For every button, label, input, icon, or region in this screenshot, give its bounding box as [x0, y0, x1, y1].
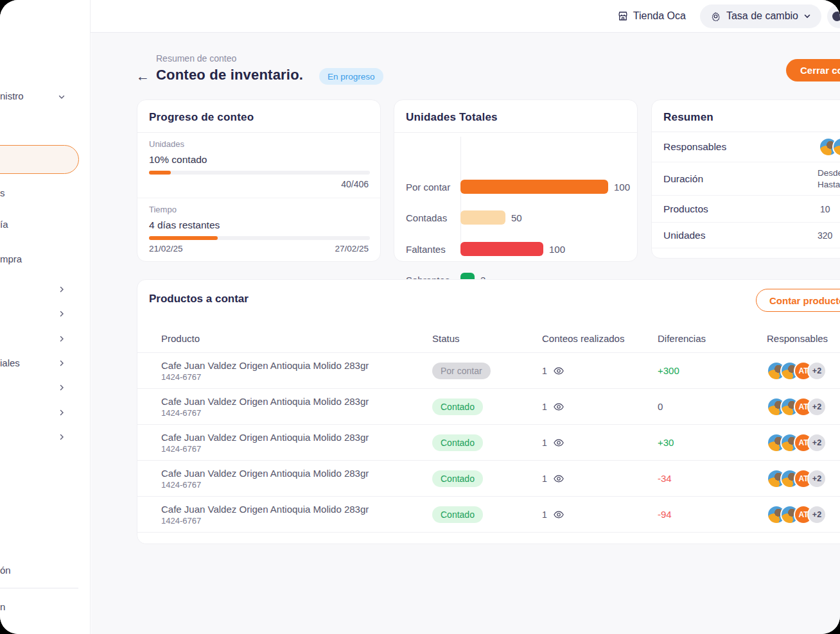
table-row[interactable]: Cafe Juan Valdez Origen Antioquia Molido… — [137, 461, 840, 497]
row-avatars: AT +2 — [767, 397, 840, 416]
productos-label: Productos — [652, 203, 708, 215]
unidades-label: Unidades — [652, 230, 706, 241]
duracion-label: Duración — [652, 173, 703, 185]
sidebar-divider — [0, 588, 78, 588]
status-pill: Contado — [432, 506, 483, 523]
chevron-right-icon[interactable] — [58, 286, 66, 293]
col-producto: Producto — [161, 333, 432, 344]
col-diferencias: Diferencias — [658, 333, 767, 344]
product-code: 1424-6767 — [161, 480, 432, 490]
time-remaining-value: 4 días restantes — [149, 219, 369, 231]
bar-por-contar — [460, 180, 608, 194]
eye-icon — [553, 365, 564, 377]
eye-icon — [553, 509, 564, 520]
count-value: 1 — [542, 366, 547, 376]
row-avatars: AT +2 — [767, 361, 840, 381]
user-menu-button[interactable] — [827, 4, 840, 28]
storefront-icon — [617, 10, 629, 22]
sidebar-item-4[interactable]: iales — [0, 357, 20, 368]
date-start: 21/02/25 — [149, 244, 183, 253]
product-name: Cafe Juan Valdez Origen Antioquia Molido… — [161, 504, 432, 515]
avatar-overflow: +2 — [807, 469, 827, 488]
table-body: Cafe Juan Valdez Origen Antioquia Molido… — [137, 353, 840, 533]
status-badge: En progreso — [319, 68, 383, 85]
row-avatars: AT +2 — [767, 469, 840, 488]
close-count-button[interactable]: Cerrar conteo — [786, 59, 840, 81]
product-code: 1424-6767 — [161, 516, 432, 526]
sidebar-item-5[interactable]: ón — [0, 565, 11, 576]
chart-axis — [460, 137, 461, 252]
chevron-right-icon[interactable] — [58, 384, 66, 391]
col-responsables: Responsables — [767, 333, 840, 344]
bar-value-label: 100 — [614, 182, 630, 193]
time-label: Tiempo — [149, 205, 369, 214]
table-row[interactable]: Cafe Juan Valdez Origen Antioquia Molido… — [137, 389, 840, 425]
progress-card: Progreso de conteo Unidades 10% contado … — [137, 99, 381, 262]
sidebar-item-6[interactable]: n — [0, 601, 5, 612]
sidebar-item-1[interactable]: s — [0, 187, 5, 198]
product-name: Cafe Juan Valdez Origen Antioquia Molido… — [161, 432, 432, 443]
units-progress-value: 10% contado — [149, 154, 369, 166]
store-name: Tienda Oca — [633, 10, 686, 22]
eye-icon — [553, 401, 564, 413]
chevron-right-icon[interactable] — [58, 433, 66, 441]
status-pill: Por contar — [432, 363, 491, 379]
units-progress-bar — [149, 171, 370, 175]
product-name: Cafe Juan Valdez Origen Antioquia Molido… — [161, 468, 432, 479]
gear-icon — [710, 11, 721, 22]
topbar: Tienda Oca Tasa de cambio — [91, 0, 840, 33]
units-fraction: 40/406 — [137, 175, 380, 189]
product-name: Cafe Juan Valdez Origen Antioquia Molido… — [161, 360, 432, 371]
difference-value: +30 — [658, 437, 767, 448]
col-status: Status — [432, 333, 542, 344]
view-counts-button[interactable] — [553, 509, 564, 520]
status-pill: Contado — [432, 470, 483, 487]
sidebar-item-2[interactable]: ía — [0, 219, 8, 230]
view-counts-button[interactable] — [553, 365, 564, 377]
chevron-down-icon — [803, 12, 811, 20]
store-selector[interactable]: Tienda Oca — [617, 10, 686, 22]
chevron-right-icon[interactable] — [58, 359, 66, 367]
avatar-overflow: +2 — [807, 433, 827, 452]
chevron-right-icon[interactable] — [58, 409, 66, 416]
bar-chart: Por contar 100 Contadas 50 Faltantes 100… — [394, 133, 637, 255]
product-code: 1424-6767 — [161, 444, 432, 454]
eye-icon — [553, 437, 564, 449]
row-avatars: AT +2 — [767, 433, 840, 452]
table-row[interactable]: Cafe Juan Valdez Origen Antioquia Molido… — [137, 353, 840, 389]
app-window: nistro s ía mpra iales ón n Tienda Oca — [0, 0, 840, 634]
view-counts-button[interactable] — [553, 401, 564, 413]
col-conteos: Conteos realizados — [542, 333, 658, 344]
sidebar-item-3[interactable]: mpra — [0, 253, 22, 264]
duracion-desde: Desde 21/02/25 — [818, 167, 840, 179]
bar-value-label: 50 — [511, 212, 522, 223]
count-value: 1 — [542, 510, 547, 520]
table-row[interactable]: Cafe Juan Valdez Origen Antioquia Molido… — [137, 425, 840, 461]
bar-faltantes — [460, 242, 543, 256]
progress-card-title: Progreso de conteo — [149, 111, 254, 123]
difference-value: +300 — [658, 365, 767, 376]
units-label: Unidades — [149, 139, 369, 149]
exchange-rate-button[interactable]: Tasa de cambio — [700, 4, 821, 28]
bar-category-label: Por contar — [406, 182, 457, 193]
bar-category-label: Faltantes — [406, 244, 457, 255]
time-progress-fill — [149, 236, 218, 240]
table-row[interactable]: Cafe Juan Valdez Origen Antioquia Molido… — [137, 497, 840, 533]
difference-value: -34 — [658, 473, 767, 484]
chevron-right-icon[interactable] — [58, 335, 66, 343]
responsables-avatars — [819, 137, 840, 157]
count-products-button[interactable]: Contar productos — [756, 289, 840, 312]
back-button[interactable]: ← — [136, 69, 150, 84]
count-value: 1 — [542, 402, 547, 412]
view-counts-button[interactable] — [553, 437, 564, 449]
sidebar-item-suministro[interactable]: nistro — [0, 90, 24, 101]
user-icon — [832, 12, 840, 21]
avatar-overflow: +2 — [807, 505, 827, 524]
view-counts-button[interactable] — [553, 473, 564, 484]
bar-contadas — [460, 210, 505, 225]
summary-card: Resumen Responsables Duración Desde 21/0… — [651, 99, 840, 259]
sidebar-item-selected[interactable] — [0, 145, 79, 174]
chevron-down-icon[interactable] — [58, 93, 66, 101]
duracion-hasta: Hasta 27/02/25 — [818, 179, 840, 191]
chevron-right-icon[interactable] — [58, 310, 66, 318]
